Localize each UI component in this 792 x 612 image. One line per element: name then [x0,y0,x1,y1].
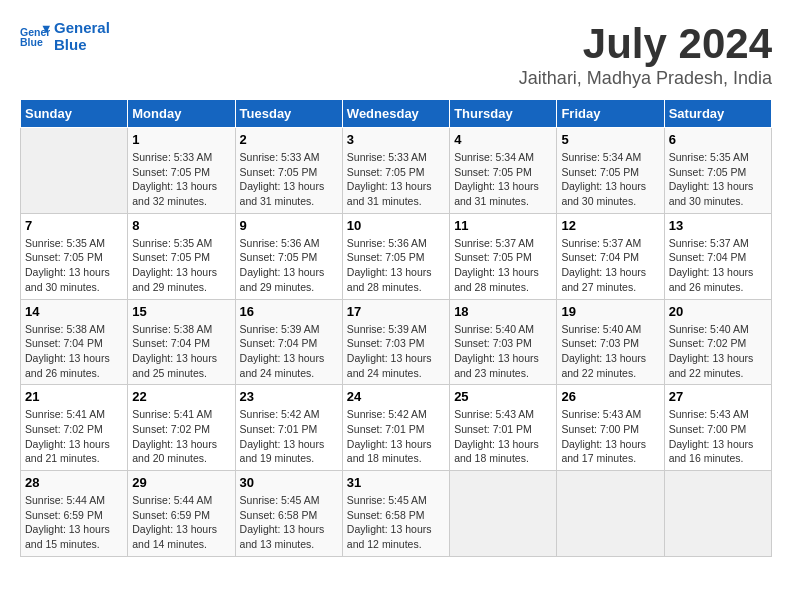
day-info: Sunrise: 5:34 AMSunset: 7:05 PMDaylight:… [454,150,552,209]
calendar-cell: 17Sunrise: 5:39 AMSunset: 7:03 PMDayligh… [342,299,449,385]
day-info: Sunrise: 5:45 AMSunset: 6:58 PMDaylight:… [240,493,338,552]
day-number: 18 [454,304,552,319]
day-number: 20 [669,304,767,319]
calendar-cell: 22Sunrise: 5:41 AMSunset: 7:02 PMDayligh… [128,385,235,471]
calendar-cell: 3Sunrise: 5:33 AMSunset: 7:05 PMDaylight… [342,128,449,214]
day-info: Sunrise: 5:42 AMSunset: 7:01 PMDaylight:… [347,407,445,466]
calendar-cell: 8Sunrise: 5:35 AMSunset: 7:05 PMDaylight… [128,213,235,299]
calendar-cell: 1Sunrise: 5:33 AMSunset: 7:05 PMDaylight… [128,128,235,214]
calendar-cell: 4Sunrise: 5:34 AMSunset: 7:05 PMDaylight… [450,128,557,214]
day-info: Sunrise: 5:33 AMSunset: 7:05 PMDaylight:… [132,150,230,209]
calendar-cell: 15Sunrise: 5:38 AMSunset: 7:04 PMDayligh… [128,299,235,385]
day-info: Sunrise: 5:44 AMSunset: 6:59 PMDaylight:… [25,493,123,552]
day-number: 1 [132,132,230,147]
day-number: 9 [240,218,338,233]
day-info: Sunrise: 5:44 AMSunset: 6:59 PMDaylight:… [132,493,230,552]
calendar-week-row: 7Sunrise: 5:35 AMSunset: 7:05 PMDaylight… [21,213,772,299]
calendar-week-row: 1Sunrise: 5:33 AMSunset: 7:05 PMDaylight… [21,128,772,214]
svg-text:Blue: Blue [20,36,43,48]
day-info: Sunrise: 5:38 AMSunset: 7:04 PMDaylight:… [132,322,230,381]
day-header-tuesday: Tuesday [235,100,342,128]
calendar-cell: 2Sunrise: 5:33 AMSunset: 7:05 PMDaylight… [235,128,342,214]
logo-icon: General Blue [20,22,50,52]
day-info: Sunrise: 5:38 AMSunset: 7:04 PMDaylight:… [25,322,123,381]
calendar-cell: 30Sunrise: 5:45 AMSunset: 6:58 PMDayligh… [235,471,342,557]
day-number: 19 [561,304,659,319]
calendar-header-row: SundayMondayTuesdayWednesdayThursdayFrid… [21,100,772,128]
day-info: Sunrise: 5:34 AMSunset: 7:05 PMDaylight:… [561,150,659,209]
title-section: July 2024 Jaithari, Madhya Pradesh, Indi… [519,20,772,89]
day-number: 3 [347,132,445,147]
calendar-cell: 12Sunrise: 5:37 AMSunset: 7:04 PMDayligh… [557,213,664,299]
day-info: Sunrise: 5:43 AMSunset: 7:00 PMDaylight:… [561,407,659,466]
day-info: Sunrise: 5:35 AMSunset: 7:05 PMDaylight:… [132,236,230,295]
day-info: Sunrise: 5:42 AMSunset: 7:01 PMDaylight:… [240,407,338,466]
day-number: 26 [561,389,659,404]
day-number: 5 [561,132,659,147]
day-number: 17 [347,304,445,319]
calendar-week-row: 28Sunrise: 5:44 AMSunset: 6:59 PMDayligh… [21,471,772,557]
day-info: Sunrise: 5:45 AMSunset: 6:58 PMDaylight:… [347,493,445,552]
calendar-cell [450,471,557,557]
day-info: Sunrise: 5:40 AMSunset: 7:03 PMDaylight:… [454,322,552,381]
day-number: 13 [669,218,767,233]
day-info: Sunrise: 5:33 AMSunset: 7:05 PMDaylight:… [240,150,338,209]
calendar-cell: 20Sunrise: 5:40 AMSunset: 7:02 PMDayligh… [664,299,771,385]
calendar-cell: 5Sunrise: 5:34 AMSunset: 7:05 PMDaylight… [557,128,664,214]
calendar-table: SundayMondayTuesdayWednesdayThursdayFrid… [20,99,772,557]
day-info: Sunrise: 5:37 AMSunset: 7:04 PMDaylight:… [669,236,767,295]
calendar-week-row: 14Sunrise: 5:38 AMSunset: 7:04 PMDayligh… [21,299,772,385]
day-info: Sunrise: 5:33 AMSunset: 7:05 PMDaylight:… [347,150,445,209]
calendar-cell: 14Sunrise: 5:38 AMSunset: 7:04 PMDayligh… [21,299,128,385]
calendar-cell [557,471,664,557]
calendar-cell: 19Sunrise: 5:40 AMSunset: 7:03 PMDayligh… [557,299,664,385]
day-info: Sunrise: 5:41 AMSunset: 7:02 PMDaylight:… [132,407,230,466]
day-header-wednesday: Wednesday [342,100,449,128]
calendar-cell: 11Sunrise: 5:37 AMSunset: 7:05 PMDayligh… [450,213,557,299]
day-info: Sunrise: 5:39 AMSunset: 7:04 PMDaylight:… [240,322,338,381]
day-info: Sunrise: 5:36 AMSunset: 7:05 PMDaylight:… [240,236,338,295]
day-number: 28 [25,475,123,490]
header: General Blue General Blue July 2024 Jait… [20,20,772,89]
day-info: Sunrise: 5:36 AMSunset: 7:05 PMDaylight:… [347,236,445,295]
day-info: Sunrise: 5:43 AMSunset: 7:01 PMDaylight:… [454,407,552,466]
calendar-body: 1Sunrise: 5:33 AMSunset: 7:05 PMDaylight… [21,128,772,557]
day-number: 25 [454,389,552,404]
calendar-cell: 23Sunrise: 5:42 AMSunset: 7:01 PMDayligh… [235,385,342,471]
day-info: Sunrise: 5:39 AMSunset: 7:03 PMDaylight:… [347,322,445,381]
calendar-cell: 16Sunrise: 5:39 AMSunset: 7:04 PMDayligh… [235,299,342,385]
day-number: 22 [132,389,230,404]
calendar-cell: 26Sunrise: 5:43 AMSunset: 7:00 PMDayligh… [557,385,664,471]
day-info: Sunrise: 5:40 AMSunset: 7:02 PMDaylight:… [669,322,767,381]
day-info: Sunrise: 5:40 AMSunset: 7:03 PMDaylight:… [561,322,659,381]
day-number: 23 [240,389,338,404]
calendar-cell: 25Sunrise: 5:43 AMSunset: 7:01 PMDayligh… [450,385,557,471]
calendar-week-row: 21Sunrise: 5:41 AMSunset: 7:02 PMDayligh… [21,385,772,471]
day-number: 27 [669,389,767,404]
calendar-cell: 9Sunrise: 5:36 AMSunset: 7:05 PMDaylight… [235,213,342,299]
day-number: 30 [240,475,338,490]
calendar-cell: 24Sunrise: 5:42 AMSunset: 7:01 PMDayligh… [342,385,449,471]
calendar-cell: 6Sunrise: 5:35 AMSunset: 7:05 PMDaylight… [664,128,771,214]
day-number: 10 [347,218,445,233]
day-number: 31 [347,475,445,490]
day-number: 21 [25,389,123,404]
day-info: Sunrise: 5:43 AMSunset: 7:00 PMDaylight:… [669,407,767,466]
day-info: Sunrise: 5:41 AMSunset: 7:02 PMDaylight:… [25,407,123,466]
calendar-cell: 18Sunrise: 5:40 AMSunset: 7:03 PMDayligh… [450,299,557,385]
day-number: 29 [132,475,230,490]
day-number: 2 [240,132,338,147]
month-year-title: July 2024 [519,20,772,68]
day-header-sunday: Sunday [21,100,128,128]
day-number: 12 [561,218,659,233]
day-info: Sunrise: 5:37 AMSunset: 7:04 PMDaylight:… [561,236,659,295]
calendar-cell: 27Sunrise: 5:43 AMSunset: 7:00 PMDayligh… [664,385,771,471]
day-number: 6 [669,132,767,147]
day-number: 14 [25,304,123,319]
calendar-cell: 7Sunrise: 5:35 AMSunset: 7:05 PMDaylight… [21,213,128,299]
day-number: 15 [132,304,230,319]
location-subtitle: Jaithari, Madhya Pradesh, India [519,68,772,89]
day-header-saturday: Saturday [664,100,771,128]
day-number: 7 [25,218,123,233]
day-number: 24 [347,389,445,404]
